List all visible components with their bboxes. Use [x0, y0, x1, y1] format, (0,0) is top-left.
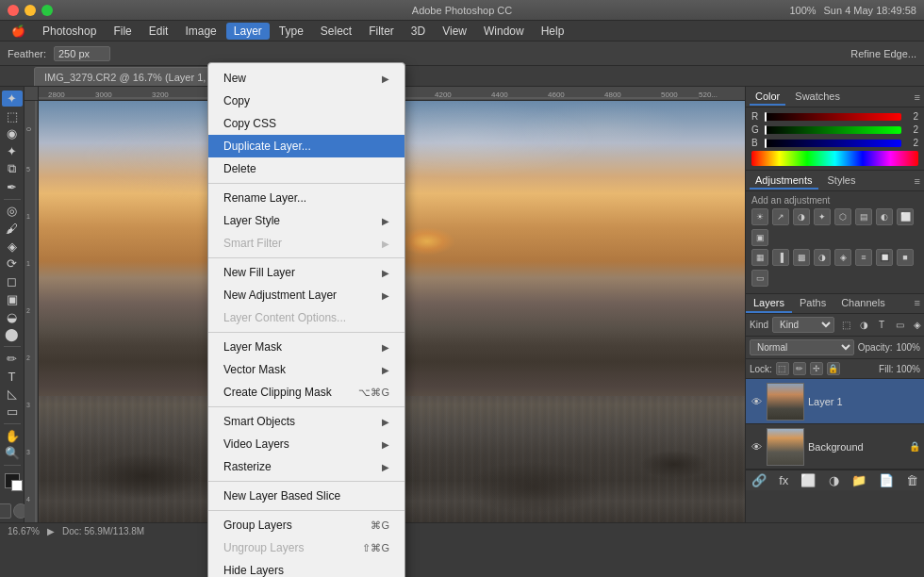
menu-view[interactable]: View: [435, 23, 474, 40]
g-bar[interactable]: [765, 126, 901, 134]
adj-gradientmap[interactable]: ▭: [751, 270, 768, 287]
adj-brightness[interactable]: ☀: [751, 208, 768, 225]
layer1-name[interactable]: Layer 1: [808, 396, 920, 407]
layer1-visibility[interactable]: 👁: [750, 395, 763, 408]
tool-brush[interactable]: 🖌: [2, 221, 23, 237]
dd-group-layers[interactable]: Group Layers ⌘G: [208, 514, 404, 536]
filter-type[interactable]: T: [874, 318, 889, 333]
menu-3d[interactable]: 3D: [404, 23, 433, 40]
minimize-button[interactable]: [25, 5, 36, 16]
dd-new-layer-slice[interactable]: New Layer Based Slice: [208, 485, 404, 507]
add-mask-icon[interactable]: ⬜: [800, 473, 816, 487]
tool-dodge[interactable]: ⬤: [2, 327, 23, 343]
color-swatches[interactable]: [5, 473, 20, 488]
adj-channelmix[interactable]: ≡: [855, 249, 872, 266]
adj-vibrance[interactable]: ✦: [814, 208, 831, 225]
normal-mode-icon[interactable]: [0, 503, 11, 519]
dd-delete[interactable]: Delete: [208, 157, 404, 180]
new-layer-icon[interactable]: 📄: [879, 473, 894, 487]
dd-vector-mask[interactable]: Vector Mask ▶: [208, 358, 404, 381]
apple-menu[interactable]: 🍎: [4, 23, 33, 40]
adj-posterize[interactable]: ▩: [793, 249, 810, 266]
link-layers-icon[interactable]: 🔗: [751, 473, 767, 487]
adj-threshold[interactable]: ▐: [772, 249, 789, 266]
add-style-icon[interactable]: fx: [779, 473, 788, 487]
lock-transparent[interactable]: ⬚: [776, 362, 789, 375]
menu-photoshop[interactable]: Photoshop: [35, 23, 104, 40]
dd-new[interactable]: New ▶: [208, 67, 404, 90]
adj-bw[interactable]: ◐: [876, 208, 893, 225]
menu-select[interactable]: Select: [313, 23, 359, 40]
tab-adjustments[interactable]: Adjustments: [750, 173, 818, 190]
menu-file[interactable]: File: [106, 23, 139, 40]
filter-adj[interactable]: ◑: [856, 318, 871, 333]
menu-type[interactable]: Type: [272, 23, 311, 40]
tool-stamp[interactable]: ◈: [2, 239, 23, 255]
menu-layer[interactable]: Layer: [226, 23, 270, 40]
adj-levels[interactable]: ▦: [751, 249, 768, 266]
dd-copy-css[interactable]: Copy CSS: [208, 112, 404, 135]
layers-tab-channels[interactable]: Channels: [833, 294, 892, 313]
tab-color[interactable]: Color: [750, 89, 785, 106]
layer-item-layer1[interactable]: 👁 Layer 1: [746, 379, 924, 424]
foreground-color[interactable]: [5, 473, 20, 488]
lock-position[interactable]: ✢: [810, 362, 823, 375]
lock-pixels[interactable]: ✏: [793, 362, 806, 375]
adj-options-icon[interactable]: ≡: [915, 175, 920, 187]
bg-visibility[interactable]: 👁: [750, 440, 763, 453]
adj-selectivecolor[interactable]: ◈: [834, 249, 851, 266]
adj-curves[interactable]: ↗: [772, 208, 789, 225]
dd-duplicate-layer[interactable]: Duplicate Layer...: [208, 135, 404, 157]
layers-options-icon[interactable]: ≡: [911, 294, 924, 313]
dd-layer-style[interactable]: Layer Style ▶: [208, 209, 404, 232]
fullscreen-button[interactable]: [41, 5, 53, 16]
menu-window[interactable]: Window: [476, 23, 532, 40]
kind-select[interactable]: Kind Name Effect Mode Attribute Color: [772, 317, 834, 333]
tool-marquee[interactable]: ⬚: [2, 108, 23, 124]
layers-tab-layers[interactable]: Layers: [746, 294, 792, 313]
filter-shape[interactable]: ▭: [892, 318, 907, 333]
tool-move[interactable]: ✦: [2, 91, 23, 107]
adj-invert[interactable]: ◑: [814, 249, 831, 266]
dd-video-layers[interactable]: Video Layers ▶: [208, 433, 404, 455]
menu-edit[interactable]: Edit: [141, 23, 176, 40]
tool-eyedropper[interactable]: ✒: [2, 179, 23, 195]
lock-all[interactable]: 🔒: [827, 362, 840, 375]
dd-copy[interactable]: Copy: [208, 90, 404, 112]
tool-blur[interactable]: ◒: [2, 309, 23, 325]
tool-zoom[interactable]: 🔍: [2, 446, 23, 462]
adj-colorbalance[interactable]: ▤: [855, 208, 872, 225]
adj-solid[interactable]: ■: [897, 249, 914, 266]
tool-crop[interactable]: ⧉: [2, 161, 23, 177]
tool-spot[interactable]: ◎: [2, 203, 23, 219]
dd-layer-mask[interactable]: Layer Mask ▶: [208, 336, 404, 358]
tool-eraser[interactable]: ◻: [2, 273, 23, 289]
adj-exposure[interactable]: ◑: [793, 208, 810, 225]
tool-type[interactable]: T: [2, 369, 23, 385]
delete-layer-icon[interactable]: 🗑: [906, 473, 918, 487]
close-button[interactable]: [8, 5, 19, 16]
new-group-icon[interactable]: 📁: [851, 473, 866, 487]
dd-smart-objects[interactable]: Smart Objects ▶: [208, 410, 404, 433]
color-spectrum[interactable]: [751, 151, 918, 166]
dd-new-adj[interactable]: New Adjustment Layer ▶: [208, 284, 404, 306]
traffic-lights[interactable]: [8, 5, 53, 16]
menu-image[interactable]: Image: [177, 23, 223, 40]
r-bar[interactable]: [765, 113, 901, 121]
dd-clipping-mask[interactable]: Create Clipping Mask ⌥⌘G: [208, 381, 404, 404]
tool-lasso[interactable]: ◉: [2, 126, 23, 142]
layer-item-background[interactable]: 👁 Background 🔒: [746, 424, 924, 470]
layers-tab-paths[interactable]: Paths: [792, 294, 833, 313]
tool-history[interactable]: ⟳: [2, 256, 23, 272]
fill-value[interactable]: 100%: [896, 364, 920, 374]
menu-filter[interactable]: Filter: [361, 23, 402, 40]
tab-styles[interactable]: Styles: [822, 173, 862, 190]
dd-new-fill[interactable]: New Fill Layer ▶: [208, 261, 404, 284]
tab-swatches[interactable]: Swatches: [789, 89, 846, 106]
filter-smart[interactable]: ◈: [910, 318, 924, 333]
new-adjustment-icon[interactable]: ◑: [829, 473, 839, 487]
filter-pixel[interactable]: ⬚: [838, 318, 853, 333]
adj-lookup[interactable]: 🔲: [876, 249, 893, 266]
blend-mode-select[interactable]: Normal Dissolve Multiply Screen Overlay: [750, 339, 854, 355]
menu-help[interactable]: Help: [534, 23, 572, 40]
